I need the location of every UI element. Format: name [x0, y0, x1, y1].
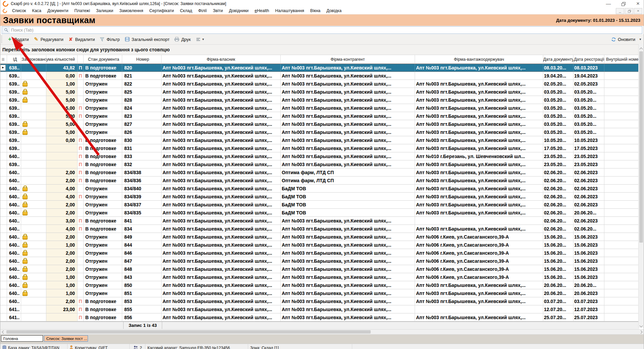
edit-button[interactable]: ✎ Редагувати [31, 36, 66, 43]
cell-date_reg[interactable]: 19.04.2023 [573, 72, 604, 80]
cell-date_reg[interactable]: 02.06.2023 [573, 217, 604, 225]
cell-owner[interactable]: Апт №003 пгт.Барышевка, ул.Киевский шлях… [162, 168, 281, 177]
cell-p[interactable]: П [78, 112, 84, 120]
cell-sum[interactable]: 1,00 [46, 241, 78, 249]
search-input[interactable] [9, 27, 642, 33]
cell-contragent[interactable]: Апт №003 пгт.Барышевка, ул.Киевский шлях… [281, 144, 415, 152]
view-options-button[interactable]: ▾ [193, 36, 207, 43]
cell-sum[interactable]: 5,00 [46, 88, 78, 96]
cell-internal[interactable] [604, 297, 639, 305]
cell-date_doc[interactable]: 02.06.20... [543, 217, 573, 225]
cell-contragent[interactable]: Апт №003 пгт.Барышевка, ул.Киевский шлях… [281, 289, 415, 297]
cell-contragent[interactable]: Апт №003 пгт.Барышевка, ул.Киевский шлях… [281, 273, 415, 281]
cell-id[interactable]: 640.. [7, 257, 21, 265]
table-row[interactable]: 640..ПВ подготовке833Апт №003 пгт.Барыше… [0, 152, 639, 160]
column-header-sum[interactable]: Сума кількостей [46, 55, 78, 64]
cell-locked[interactable] [21, 265, 46, 273]
cell-internal[interactable] [604, 233, 639, 241]
column-header-p[interactable] [78, 55, 84, 64]
cell-locked[interactable] [21, 185, 46, 193]
cell-owner[interactable]: Апт №003 пгт.Барышевка, ул.Киевский шлях… [162, 80, 281, 88]
cell-date_doc[interactable]: 20.06.20... [543, 289, 573, 297]
cell-consignee[interactable]: Апт №003 пгт.Барышевка, ул.Киевский шлях… [415, 193, 543, 201]
cell-number[interactable]: 832 [122, 160, 162, 168]
cell-owner[interactable]: Апт №003 пгт.Барышевка, ул.Киевский шлях… [162, 233, 281, 241]
cell-owner[interactable]: Апт №003 пгт.Барышевка, ул.Киевский шлях… [162, 96, 281, 104]
cell-number[interactable]: 847 [122, 257, 162, 265]
cell-sum[interactable]: 4,00 [46, 193, 78, 201]
cell-p[interactable]: П [78, 104, 84, 112]
cell-number[interactable]: 833 [122, 152, 162, 160]
cell-number[interactable]: 844 [122, 241, 162, 249]
cell-contragent[interactable]: Апт №003 пгт.Барышевка, ул.Киевский шлях… [281, 112, 415, 120]
cell-consignee[interactable]: Апт №003 пгт.Барышевка, ул.Киевский шлях… [415, 136, 543, 144]
cell-sum[interactable] [46, 313, 78, 321]
cell-state[interactable]: Отгружен [84, 241, 122, 249]
cell-date_doc[interactable]: 15.06.20... [543, 233, 573, 241]
cell-date_doc[interactable]: 02.05.20... [543, 80, 573, 88]
cell-number[interactable]: 824 [122, 104, 162, 112]
cell-contragent[interactable]: Апт №003 пгт.Барышевка, ул.Киевский шлях… [281, 152, 415, 160]
cell-p[interactable] [78, 128, 84, 136]
cell-internal[interactable] [604, 88, 639, 96]
cell-locked[interactable] [21, 160, 46, 168]
cell-number[interactable]: 851 [122, 289, 162, 297]
cell-date_doc[interactable]: 03.05.20... [543, 96, 573, 104]
cell-date_reg[interactable]: 23.05.2023 [573, 152, 604, 160]
cell-indicator[interactable] [0, 96, 7, 104]
cell-id[interactable]: 639.. [7, 136, 21, 144]
cell-indicator[interactable] [0, 313, 7, 321]
cell-indicator[interactable] [0, 144, 7, 152]
menu-item[interactable]: eHealth [251, 8, 272, 13]
menu-item[interactable]: Каса [29, 8, 44, 13]
cell-state[interactable]: В подготовке [84, 297, 122, 305]
cell-state[interactable]: В подготовке [84, 225, 122, 233]
cell-number[interactable]: 834 [122, 225, 162, 233]
cell-date_reg[interactable]: 15.06.2023 [573, 233, 604, 241]
cell-internal[interactable] [604, 185, 639, 193]
cell-p[interactable]: П [78, 313, 84, 321]
export-button[interactable]: Загальний експорт [122, 36, 172, 43]
cell-p[interactable]: П [78, 136, 84, 144]
cell-locked[interactable] [21, 96, 46, 104]
menu-item[interactable]: Платежі [71, 8, 93, 13]
cell-indicator[interactable] [0, 289, 7, 297]
cell-locked[interactable] [21, 152, 46, 160]
cell-state[interactable]: Отгружен [84, 257, 122, 265]
cell-state[interactable]: Отгружен [84, 209, 122, 217]
cell-indicator[interactable] [0, 217, 7, 225]
cell-owner[interactable]: Апт №003 пгт.Барышевка, ул.Киевский шлях… [162, 112, 281, 120]
cell-internal[interactable] [604, 313, 639, 321]
cell-sum[interactable]: 5,00 [46, 104, 78, 112]
cell-state[interactable]: В подготовке [84, 305, 122, 313]
cell-p[interactable] [78, 289, 84, 297]
cell-owner[interactable]: Апт №003 пгт.Барышевка, ул.Киевский шлях… [162, 64, 281, 72]
cell-p[interactable]: П [78, 217, 84, 225]
cell-consignee[interactable]: Апт №003 пгт.Барышевка, ул.Киевский шлях… [415, 96, 543, 104]
cell-date_doc[interactable]: 10.05.20... [543, 136, 573, 144]
cell-consignee[interactable]: Апт №003 пгт.Барышевка, ул.Киевский шлях… [415, 128, 543, 136]
tab-supplier-requests-list[interactable]: Список: Заявки пост ... [44, 335, 88, 342]
cell-consignee[interactable]: Апт №003 пгт.Барышевка, ул.Киевский шлях… [415, 185, 543, 193]
cell-contragent[interactable]: БаДМ ТОВ [281, 209, 415, 217]
cell-p[interactable]: П [78, 193, 84, 201]
cell-sum[interactable]: 3,00 [46, 217, 78, 225]
cell-consignee[interactable]: Апт №003 пгт.Барышевка, ул.Киевский шлях… [415, 168, 543, 177]
cell-id[interactable]: 640.. [7, 193, 21, 201]
cell-locked[interactable] [21, 289, 46, 297]
menu-item[interactable]: Вікна [307, 8, 323, 13]
column-header-locked[interactable]: Заблоковано [21, 55, 46, 64]
cell-state[interactable]: Отгружен [84, 128, 122, 136]
cell-internal[interactable] [604, 152, 639, 160]
cell-consignee[interactable]: Апт №003 пгт.Барышевка, ул.Киевский шлях… [415, 313, 543, 321]
cell-consignee[interactable]: Апт №010 г.Березань, ул. Шевченковский ш… [415, 152, 543, 160]
cell-date_doc[interactable]: 03.07.20... [543, 297, 573, 305]
cell-state[interactable]: В подготовке [84, 72, 122, 80]
cell-date_reg[interactable]: 17.05.2023 [573, 144, 604, 152]
cell-owner[interactable]: Апт №003 пгт.Барышевка, ул.Киевский шлях… [162, 209, 281, 217]
cell-date_doc[interactable]: 03.05.20... [543, 120, 573, 128]
table-row[interactable]: 640..1,00Отгружен850Апт №003 пгт.Барышев… [0, 281, 639, 289]
cell-indicator[interactable] [0, 201, 7, 209]
cell-state[interactable]: Отгружен [84, 112, 122, 120]
cell-consignee[interactable]: Апт №006 г.Киев, ул.Саксаганского,39-А [415, 265, 543, 273]
